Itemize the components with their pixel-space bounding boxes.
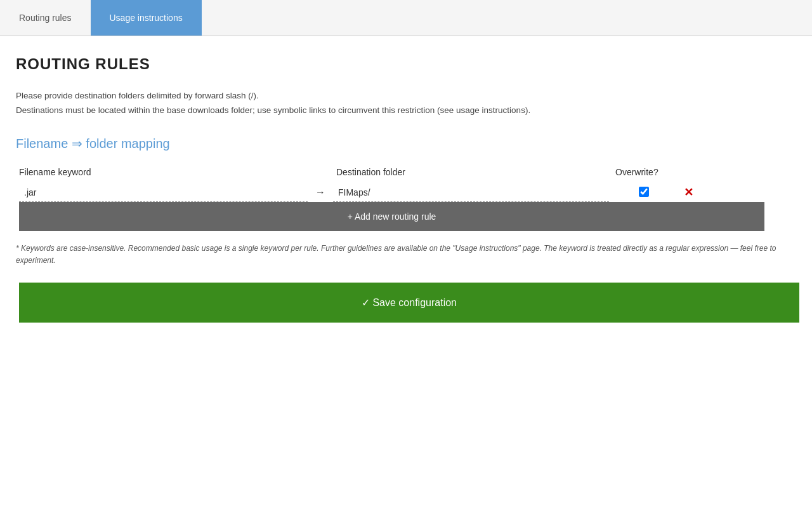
col-header-destination: Destination folder [336,167,615,177]
footer-note: * Keywords are case-insensitive. Recomme… [16,243,796,267]
arrow-icon: → [308,187,333,198]
page-title: ROUTING RULES [16,55,796,73]
overwrite-cell [609,187,679,199]
col-header-keyword: Filename keyword [19,167,311,177]
description-line1: Please provide destination folders delim… [16,91,259,100]
mapping-section: Filename keyword Destination folder Over… [16,167,796,231]
keyword-input[interactable] [19,184,308,202]
save-button[interactable]: ✓ Save configuration [19,283,799,323]
tab-usage-instructions[interactable]: Usage instructions [91,0,202,36]
delete-rule-button[interactable]: ✕ [679,185,698,199]
table-row: → ✕ [16,184,796,202]
column-headers: Filename keyword Destination folder Over… [16,167,796,177]
section-heading: Filename ⇒ folder mapping [16,136,796,151]
tab-bar: Routing rules Usage instructions [0,0,812,36]
tab-routing-rules[interactable]: Routing rules [0,0,91,36]
destination-input[interactable] [333,184,609,202]
description-line2: Destinations must be located within the … [16,105,530,115]
overwrite-checkbox[interactable] [639,187,649,197]
col-header-overwrite: Overwrite? [615,167,691,177]
add-rule-button[interactable]: + Add new routing rule [19,202,764,231]
description: Please provide destination folders delim… [16,89,796,118]
main-content: ROUTING RULES Please provide destination… [0,36,812,342]
